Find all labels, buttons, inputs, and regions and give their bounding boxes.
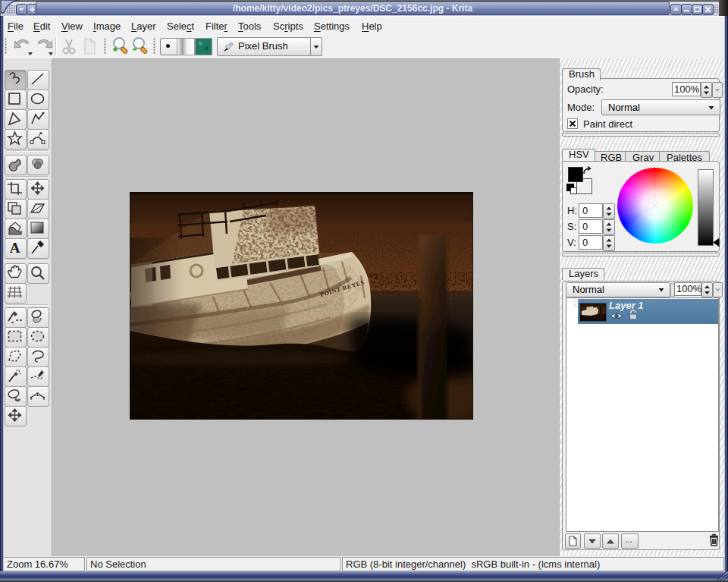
svg-text:A: A xyxy=(10,240,20,256)
